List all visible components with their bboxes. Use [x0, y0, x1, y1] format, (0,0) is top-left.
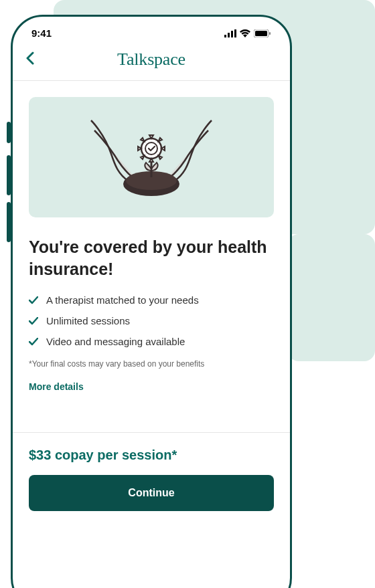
- svg-rect-3: [234, 29, 236, 37]
- check-icon: [29, 338, 38, 346]
- phone-volume-down: [7, 202, 11, 242]
- back-button[interactable]: [26, 52, 34, 68]
- status-time: 9:41: [31, 27, 52, 39]
- benefit-text: A therapist matched to your needs: [46, 294, 199, 306]
- decorative-bg-right: [288, 234, 375, 361]
- footer: $33 copay per session* Continue: [13, 432, 290, 526]
- benefits-list: A therapist matched to your needs Unlimi…: [29, 294, 274, 347]
- check-icon: [29, 296, 38, 304]
- phone-side-button: [7, 122, 11, 143]
- benefit-item: A therapist matched to your needs: [29, 294, 274, 306]
- svg-rect-1: [228, 33, 230, 37]
- main-content: You're covered by your health insurance!…: [13, 81, 290, 432]
- hero-illustration: [29, 97, 274, 217]
- app-header: Talkspace: [13, 44, 290, 81]
- hands-plant-icon: [71, 107, 232, 207]
- benefit-text: Video and messaging available: [46, 336, 185, 347]
- benefit-item: Video and messaging available: [29, 336, 274, 347]
- phone-frame: 9:41 Talkspace: [11, 15, 292, 588]
- benefit-text: Unlimited sessions: [46, 315, 130, 326]
- cellular-icon: [224, 29, 236, 37]
- battery-icon: [254, 29, 271, 37]
- check-icon: [29, 317, 38, 325]
- more-details-link[interactable]: More details: [29, 381, 84, 392]
- svg-point-11: [145, 142, 157, 155]
- svg-rect-2: [231, 31, 233, 37]
- continue-button[interactable]: Continue: [29, 475, 274, 511]
- svg-rect-6: [269, 32, 271, 35]
- chevron-left-icon: [26, 52, 34, 65]
- benefit-item: Unlimited sessions: [29, 315, 274, 326]
- phone-volume-up: [7, 155, 11, 195]
- status-bar: 9:41: [13, 17, 290, 44]
- fine-print: *Your final costs may vary based on your…: [29, 359, 274, 369]
- svg-rect-5: [255, 31, 267, 36]
- svg-rect-0: [224, 35, 226, 37]
- copay-text: $33 copay per session*: [29, 448, 274, 463]
- status-icons: [224, 29, 271, 37]
- page-heading: You're covered by your health insurance!: [29, 236, 274, 280]
- wifi-icon: [240, 29, 250, 37]
- brand-logo: Talkspace: [26, 50, 277, 70]
